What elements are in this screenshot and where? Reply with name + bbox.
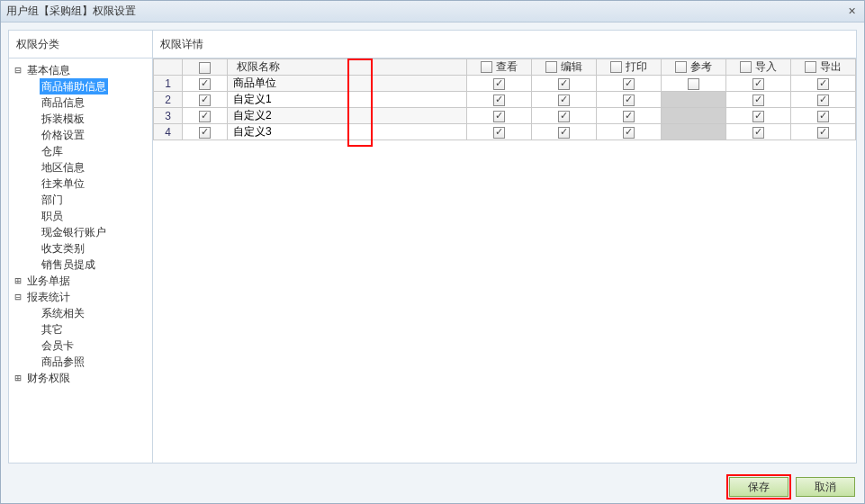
- col-view[interactable]: 查看: [466, 59, 531, 76]
- tree-label[interactable]: 往来单位: [40, 176, 86, 192]
- cancel-button[interactable]: 取消: [796, 477, 855, 497]
- tree-node[interactable]: 收支类别: [36, 240, 152, 256]
- checkbox-icon[interactable]: [199, 62, 211, 74]
- cell-export[interactable]: [790, 108, 855, 124]
- checkbox-icon[interactable]: [817, 127, 829, 139]
- tree-node[interactable]: ⊞业务单据: [9, 273, 152, 289]
- checkbox-icon[interactable]: [493, 111, 505, 122]
- cell-select[interactable]: [183, 108, 228, 124]
- cell-edit[interactable]: [531, 92, 596, 108]
- checkbox-icon[interactable]: [817, 78, 829, 90]
- tree-node[interactable]: 商品参照: [36, 354, 152, 370]
- cell-edit[interactable]: [531, 76, 596, 92]
- tree-node[interactable]: 地区信息: [36, 159, 152, 176]
- tree-label[interactable]: 系统相关: [40, 305, 86, 321]
- tree-label[interactable]: 职员: [40, 208, 65, 224]
- cell-view[interactable]: [466, 108, 531, 124]
- tree-node[interactable]: 往来单位: [36, 176, 152, 192]
- save-button[interactable]: 保存: [729, 477, 788, 497]
- cell-select[interactable]: [183, 124, 228, 140]
- tree-node[interactable]: ⊟报表统计: [9, 289, 152, 305]
- cell-print[interactable]: [596, 92, 661, 108]
- cell-import[interactable]: [725, 76, 790, 92]
- tree-label[interactable]: 商品参照: [40, 354, 86, 370]
- checkbox-icon[interactable]: [817, 94, 829, 106]
- tree-label[interactable]: 财务权限: [25, 370, 72, 386]
- cell-edit[interactable]: [531, 124, 596, 140]
- tree-label[interactable]: 销售员提成: [40, 256, 97, 273]
- checkbox-icon[interactable]: [481, 61, 492, 73]
- tree-node[interactable]: ⊟基本信息: [9, 62, 152, 78]
- checkbox-icon[interactable]: [688, 78, 699, 90]
- checkbox-icon[interactable]: [623, 94, 635, 106]
- tree-label[interactable]: 业务单据: [25, 273, 72, 289]
- tree-label[interactable]: 商品信息: [40, 94, 86, 111]
- cell-select[interactable]: [183, 76, 228, 92]
- minus-icon[interactable]: ⊟: [13, 62, 23, 78]
- cell-view[interactable]: [466, 92, 531, 108]
- tree-node[interactable]: 商品辅助信息: [36, 78, 152, 94]
- checkbox-icon[interactable]: [199, 94, 211, 106]
- tree-node[interactable]: 价格设置: [36, 127, 152, 143]
- checkbox-icon[interactable]: [558, 127, 570, 139]
- checkbox-icon[interactable]: [199, 111, 211, 122]
- cell-view[interactable]: [466, 124, 531, 140]
- checkbox-icon[interactable]: [558, 94, 570, 106]
- minus-icon[interactable]: ⊟: [13, 289, 23, 305]
- tree-node[interactable]: 其它: [36, 321, 152, 338]
- tree-node[interactable]: 商品信息: [36, 94, 152, 111]
- tree-label[interactable]: 商品辅助信息: [40, 78, 108, 94]
- checkbox-icon[interactable]: [752, 127, 764, 139]
- col-select-all[interactable]: [183, 59, 228, 76]
- cell-export[interactable]: [790, 124, 855, 140]
- tree-node[interactable]: 部门: [36, 192, 152, 208]
- tree-label[interactable]: 价格设置: [40, 127, 86, 143]
- col-ref[interactable]: 参考: [661, 59, 725, 76]
- checkbox-icon[interactable]: [545, 61, 557, 73]
- col-import[interactable]: 导入: [725, 59, 790, 76]
- tree-label[interactable]: 拆装模板: [40, 111, 86, 127]
- checkbox-icon[interactable]: [610, 61, 622, 73]
- tree-node[interactable]: ⊞财务权限: [9, 370, 152, 386]
- cell-select[interactable]: [183, 92, 228, 108]
- cell-view[interactable]: [466, 76, 531, 92]
- checkbox-icon[interactable]: [752, 94, 764, 106]
- plus-icon[interactable]: ⊞: [13, 273, 23, 289]
- checkbox-icon[interactable]: [493, 78, 505, 90]
- plus-icon[interactable]: ⊞: [13, 370, 23, 386]
- cell-import[interactable]: [725, 124, 790, 140]
- tree-node[interactable]: 销售员提成: [36, 256, 152, 273]
- col-export[interactable]: 导出: [790, 59, 855, 76]
- checkbox-icon[interactable]: [493, 94, 505, 106]
- cell-print[interactable]: [596, 108, 661, 124]
- cell-ref[interactable]: [661, 76, 725, 92]
- tree-node[interactable]: 仓库: [36, 143, 152, 159]
- checkbox-icon[interactable]: [623, 78, 635, 90]
- tree-label[interactable]: 其它: [40, 321, 65, 338]
- cell-edit[interactable]: [531, 108, 596, 124]
- cell-print[interactable]: [596, 124, 661, 140]
- cell-print[interactable]: [596, 76, 661, 92]
- cell-import[interactable]: [725, 92, 790, 108]
- checkbox-icon[interactable]: [558, 78, 570, 90]
- col-print[interactable]: 打印: [596, 59, 661, 76]
- checkbox-icon[interactable]: [623, 127, 635, 139]
- tree-label[interactable]: 仓库: [40, 143, 65, 159]
- tree-node[interactable]: 拆装模板: [36, 111, 152, 127]
- checkbox-icon[interactable]: [675, 61, 687, 73]
- tree-label[interactable]: 基本信息: [25, 62, 72, 78]
- checkbox-icon[interactable]: [752, 111, 764, 122]
- tree-label[interactable]: 现金银行账户: [40, 224, 108, 240]
- col-edit[interactable]: 编辑: [531, 59, 596, 76]
- cell-import[interactable]: [725, 108, 790, 124]
- tree-label[interactable]: 报表统计: [25, 289, 72, 305]
- close-icon[interactable]: ✕: [844, 5, 859, 18]
- cell-export[interactable]: [790, 92, 855, 108]
- cell-export[interactable]: [790, 76, 855, 92]
- checkbox-icon[interactable]: [623, 111, 635, 122]
- tree-node[interactable]: 现金银行账户: [36, 224, 152, 240]
- tree-node[interactable]: 职员: [36, 208, 152, 224]
- tree-node[interactable]: 会员卡: [36, 338, 152, 354]
- tree-label[interactable]: 收支类别: [40, 240, 86, 256]
- tree-node[interactable]: 系统相关: [36, 305, 152, 321]
